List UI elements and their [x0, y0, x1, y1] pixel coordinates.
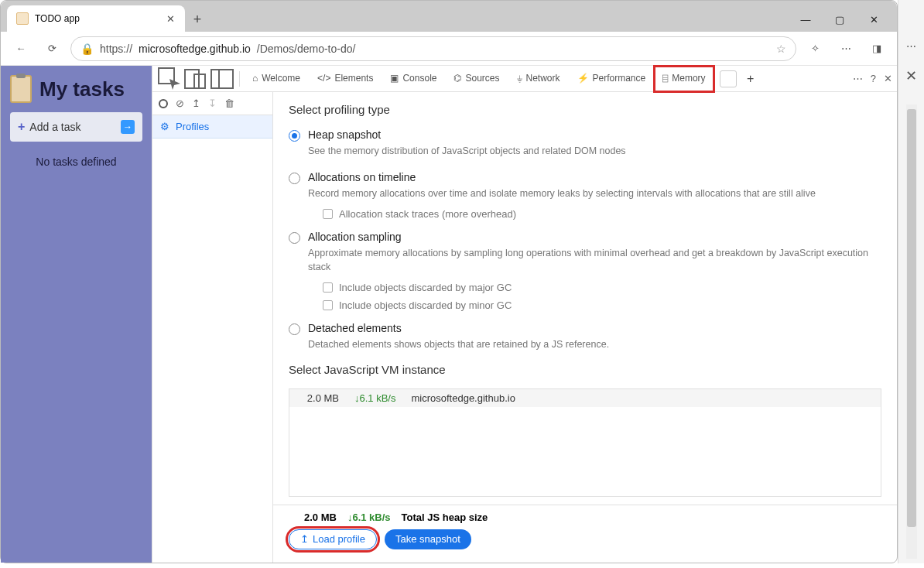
- scroll-thumb[interactable]: [907, 109, 916, 527]
- radio-timeline[interactable]: [289, 173, 300, 184]
- add-task-label: Add a task: [29, 121, 80, 133]
- vm-host: microsoftedge.github.io: [411, 392, 515, 404]
- vm-list: 2.0 MB ↓6.1 kB/s microsoftedge.github.io: [289, 388, 881, 497]
- add-task-button[interactable]: + Add a task →: [10, 112, 142, 142]
- bug-icon: ⌬: [453, 73, 461, 84]
- minimize-button[interactable]: —: [789, 7, 823, 32]
- vm-heading: Select JavaScript VM instance: [289, 363, 881, 376]
- tab-favicon: [16, 12, 29, 25]
- upload-icon[interactable]: ↥: [192, 98, 200, 109]
- menu-dots-icon[interactable]: ⋯: [906, 40, 916, 52]
- cb-minor-gc[interactable]: Include objects discarded by minor GC: [323, 299, 881, 311]
- timeline-desc: Record memory allocations over time and …: [308, 187, 881, 201]
- tab-sources[interactable]: ⌬Sources: [446, 67, 507, 91]
- upload-icon: ↥: [300, 533, 309, 545]
- memory-sidebar: ⊘ ↥ ↧ 🗑 ⚙ Profiles: [152, 92, 273, 563]
- option-heap[interactable]: Heap snapshot: [289, 128, 881, 142]
- trash-icon[interactable]: 🗑: [224, 98, 234, 109]
- outer-side-panel: ⋯ ✕: [898, 0, 924, 563]
- plus-icon: +: [18, 120, 25, 134]
- radio-sampling[interactable]: [289, 232, 300, 244]
- titlebar: TODO app ✕ + — ▢ ✕: [1, 1, 897, 32]
- sliders-icon: ⚙: [160, 121, 169, 132]
- heap-desc: See the memory distribution of JavaScrip…: [308, 145, 881, 159]
- gauge-icon: ⚡: [577, 73, 589, 84]
- console-icon: ▣: [390, 73, 399, 84]
- menu-button[interactable]: ⋯: [833, 36, 858, 61]
- vm-instance-row[interactable]: 2.0 MB ↓6.1 kB/s microsoftedge.github.io: [289, 389, 881, 407]
- checkbox[interactable]: [323, 300, 333, 310]
- profiling-heading: Select profiling type: [289, 103, 881, 116]
- url-input[interactable]: 🔒 https://microsoftedge.github.io/Demos/…: [70, 36, 796, 61]
- chip-icon: ⌸: [662, 73, 668, 84]
- close-window-button[interactable]: ✕: [857, 7, 891, 32]
- inspect-icon[interactable]: [157, 67, 182, 91]
- sampling-desc: Approximate memory allocations by sampli…: [308, 247, 881, 274]
- record-button[interactable]: [159, 99, 168, 108]
- clipboard-icon: [10, 75, 32, 103]
- tab-performance[interactable]: ⚡Performance: [570, 67, 654, 91]
- help-icon[interactable]: ?: [871, 73, 876, 84]
- close-devtools-icon[interactable]: ✕: [884, 73, 892, 84]
- url-path: /Demos/demo-to-do/: [257, 43, 356, 55]
- svg-rect-1: [185, 70, 199, 88]
- detached-desc: Detached elements shows objects that are…: [308, 338, 881, 352]
- radio-heap[interactable]: [289, 130, 300, 142]
- refresh-button[interactable]: ⟳: [39, 36, 64, 61]
- tab-title: TODO app: [35, 13, 159, 24]
- checkbox[interactable]: [323, 209, 333, 219]
- cb-stack-traces[interactable]: Allocation stack traces (more overhead): [323, 208, 881, 220]
- new-tab-button[interactable]: +: [185, 7, 210, 32]
- url-domain: microsoftedge.github.io: [139, 43, 251, 55]
- option-sampling[interactable]: Allocation sampling: [289, 231, 881, 244]
- scrollbar[interactable]: [906, 104, 917, 559]
- tab-network[interactable]: ⏚Network: [509, 67, 568, 91]
- radio-detached[interactable]: [289, 323, 300, 335]
- memory-toolbar: ⊘ ↥ ↧ 🗑: [152, 92, 272, 115]
- close-panel-icon[interactable]: ✕: [905, 67, 917, 84]
- dock-icon[interactable]: [210, 67, 234, 91]
- code-icon: </>: [317, 73, 330, 84]
- app-heading: My tasks: [39, 77, 125, 101]
- footer-label: Total JS heap size: [402, 512, 488, 523]
- tab-close-icon[interactable]: ✕: [165, 13, 176, 24]
- devtools-tabbar: ⌂Welcome </>Elements ▣Console ⌬Sources ⏚…: [152, 66, 897, 92]
- profiles-tab[interactable]: ⚙ Profiles: [152, 115, 272, 139]
- submit-arrow-icon[interactable]: →: [121, 120, 135, 134]
- footer-size: 2.0 MB: [304, 512, 337, 523]
- tab-welcome[interactable]: ⌂Welcome: [245, 67, 308, 91]
- take-snapshot-button[interactable]: Take snapshot: [385, 529, 471, 549]
- devtools-panel: ⌂Welcome </>Elements ▣Console ⌬Sources ⏚…: [152, 66, 897, 563]
- app-pane: My tasks + Add a task → No tasks defined: [1, 66, 152, 563]
- memory-footer: 2.0 MB ↓6.1 kB/s Total JS heap size ↥Loa…: [273, 505, 897, 557]
- load-profile-button[interactable]: ↥Load profile: [289, 529, 377, 549]
- no-tasks-label: No tasks defined: [10, 156, 142, 168]
- svg-rect-3: [211, 70, 233, 88]
- clear-icon[interactable]: ⊘: [176, 98, 184, 109]
- sidebar-toggle[interactable]: ◨: [864, 36, 889, 61]
- vm-size: 2.0 MB: [300, 392, 339, 404]
- tab-elements[interactable]: </>Elements: [310, 67, 381, 91]
- vm-rate: ↓6.1 kB/s: [354, 392, 395, 404]
- footer-rate: ↓6.1 kB/s: [347, 512, 391, 523]
- maximize-button[interactable]: ▢: [823, 7, 857, 32]
- favorite-icon[interactable]: ☆: [776, 43, 786, 55]
- option-detached[interactable]: Detached elements: [289, 322, 881, 335]
- url-prefix: https://: [100, 43, 132, 55]
- back-button[interactable]: ←: [9, 36, 33, 61]
- option-timeline[interactable]: Allocations on timeline: [289, 171, 881, 184]
- lock-icon: 🔒: [80, 43, 94, 55]
- tab-console[interactable]: ▣Console: [382, 67, 444, 91]
- extensions-button[interactable]: ✧: [803, 36, 827, 61]
- browser-tab[interactable]: TODO app ✕: [7, 5, 185, 32]
- tab-memory[interactable]: ⌸Memory: [655, 67, 713, 91]
- wifi-icon: ⏚: [517, 73, 522, 84]
- activity-bar-button[interactable]: [720, 70, 737, 87]
- more-tabs-button[interactable]: +: [738, 67, 763, 91]
- download-icon[interactable]: ↧: [208, 98, 217, 109]
- more-tools-icon[interactable]: ⋯: [853, 73, 863, 84]
- device-toggle-icon[interactable]: [183, 67, 208, 91]
- home-icon: ⌂: [252, 73, 258, 84]
- checkbox[interactable]: [323, 282, 333, 293]
- cb-major-gc[interactable]: Include objects discarded by major GC: [323, 282, 881, 293]
